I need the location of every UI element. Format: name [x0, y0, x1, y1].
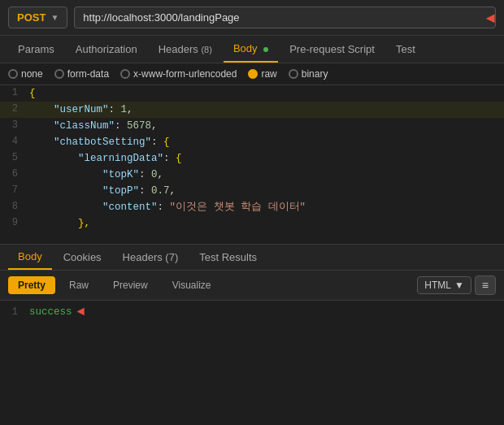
- code-line-7: 7 "topP": 0.7,: [0, 183, 504, 199]
- tab-pre-request[interactable]: Pre-request Script: [280, 37, 385, 62]
- html-select-wrap: HTML ▼ ≡: [417, 275, 496, 295]
- line-content-3: "classNum": 5678,: [26, 118, 504, 134]
- method-label: POST: [17, 11, 46, 24]
- radio-form-data[interactable]: form-data: [54, 68, 109, 80]
- tab-body-label: Body: [233, 42, 258, 54]
- code-line-2: 2 "userNum": 1,: [0, 102, 504, 118]
- resp-content-1: success ◄: [26, 301, 504, 324]
- line-num-3: 3: [0, 118, 26, 133]
- url-input[interactable]: [74, 7, 496, 28]
- resp-line-1: 1 success ◄: [0, 301, 504, 324]
- response-tabs: Body Cookies Headers (7) Test Results: [0, 244, 504, 271]
- resp-tab-test-results[interactable]: Test Results: [189, 245, 267, 269]
- body-type-row: none form-data x-www-form-urlencoded raw…: [0, 63, 504, 85]
- body-dot: [263, 47, 268, 52]
- radio-circle-form-data: [54, 69, 64, 79]
- line-num-1: 1: [0, 85, 26, 101]
- resp-line-num-1: 1: [0, 304, 26, 322]
- line-num-4: 4: [0, 134, 26, 150]
- tab-headers-label: Headers: [159, 43, 198, 55]
- line-num-6: 6: [0, 167, 26, 182]
- url-input-wrap: ◄: [74, 7, 496, 28]
- line-num-2: 2: [0, 102, 26, 117]
- radio-binary[interactable]: binary: [289, 68, 328, 80]
- nav-tabs: Params Authorization Headers (8) Body Pr…: [0, 36, 504, 63]
- line-num-9: 9: [0, 215, 26, 231]
- code-line-1: 1 {: [0, 85, 504, 102]
- line-content-8: "content": "이것은 챗봇 학습 데이터": [26, 199, 504, 215]
- radio-label-raw: raw: [261, 68, 276, 80]
- tab-tests[interactable]: Test: [386, 37, 425, 62]
- tab-headers[interactable]: Headers (8): [149, 37, 222, 62]
- response-body: 1 success ◄: [0, 301, 504, 324]
- fmt-btn-pretty[interactable]: Pretty: [8, 276, 55, 294]
- line-num-5: 5: [0, 150, 26, 166]
- tab-body[interactable]: Body: [224, 36, 278, 63]
- radio-label-none: none: [21, 68, 43, 80]
- fmt-btn-preview[interactable]: Preview: [102, 275, 159, 295]
- code-line-5: 5 "learningData": {: [0, 150, 504, 167]
- line-content-9: },: [26, 215, 504, 232]
- code-editor[interactable]: 1 { 2 "userNum": 1, 3 "classNum": 5678, …: [0, 85, 504, 244]
- code-line-3: 3 "classNum": 5678,: [0, 118, 504, 134]
- fmt-btn-raw[interactable]: Raw: [59, 275, 99, 295]
- code-line-9: 9 },: [0, 215, 504, 232]
- radio-none[interactable]: none: [8, 68, 43, 80]
- radio-label-binary: binary: [302, 68, 328, 80]
- tab-headers-badge: (8): [201, 45, 211, 54]
- line-num-7: 7: [0, 183, 26, 198]
- radio-circle-raw: [248, 69, 258, 79]
- code-line-6: 6 "topK": 0,: [0, 167, 504, 183]
- tab-params[interactable]: Params: [8, 37, 64, 62]
- resp-success-text: success: [29, 303, 72, 322]
- resp-tab-cookies[interactable]: Cookies: [54, 245, 111, 269]
- radio-circle-none: [8, 69, 18, 79]
- code-line-8: 8 "content": "이것은 챗봇 학습 데이터": [0, 199, 504, 215]
- line-content-1: {: [26, 85, 504, 102]
- url-arrow-indicator: ◄: [483, 9, 497, 26]
- line-num-8: 8: [0, 199, 26, 215]
- url-bar: POST ▼ ◄: [0, 0, 504, 36]
- line-content-5: "learningData": {: [26, 150, 504, 167]
- method-chevron: ▼: [50, 13, 59, 22]
- radio-urlencoded[interactable]: x-www-form-urlencoded: [120, 68, 237, 80]
- html-select-chevron: ▼: [454, 280, 464, 291]
- line-content-7: "topP": 0.7,: [26, 183, 504, 199]
- line-content-6: "topK": 0,: [26, 167, 504, 183]
- radio-label-form-data: form-data: [67, 68, 109, 80]
- resp-red-arrow: ◄: [77, 301, 85, 324]
- method-selector[interactable]: POST ▼: [8, 7, 67, 28]
- tab-authorization[interactable]: Authorization: [66, 37, 147, 62]
- code-line-4: 4 "chatbotSetting": {: [0, 134, 504, 150]
- line-content-2: "userNum": 1,: [26, 102, 504, 118]
- html-select-dropdown[interactable]: HTML ▼: [417, 276, 471, 294]
- format-bar: Pretty Raw Preview Visualize HTML ▼ ≡: [0, 271, 504, 301]
- resp-tab-body[interactable]: Body: [8, 245, 52, 270]
- wrap-icon[interactable]: ≡: [475, 275, 496, 295]
- resp-tab-headers[interactable]: Headers (7): [113, 245, 189, 269]
- radio-circle-urlencoded: [120, 69, 130, 79]
- line-content-4: "chatbotSetting": {: [26, 134, 504, 150]
- radio-circle-binary: [289, 69, 298, 79]
- radio-raw[interactable]: raw: [248, 68, 276, 80]
- html-select-value: HTML: [424, 280, 451, 291]
- radio-label-urlencoded: x-www-form-urlencoded: [133, 68, 237, 80]
- fmt-btn-visualize[interactable]: Visualize: [162, 275, 222, 295]
